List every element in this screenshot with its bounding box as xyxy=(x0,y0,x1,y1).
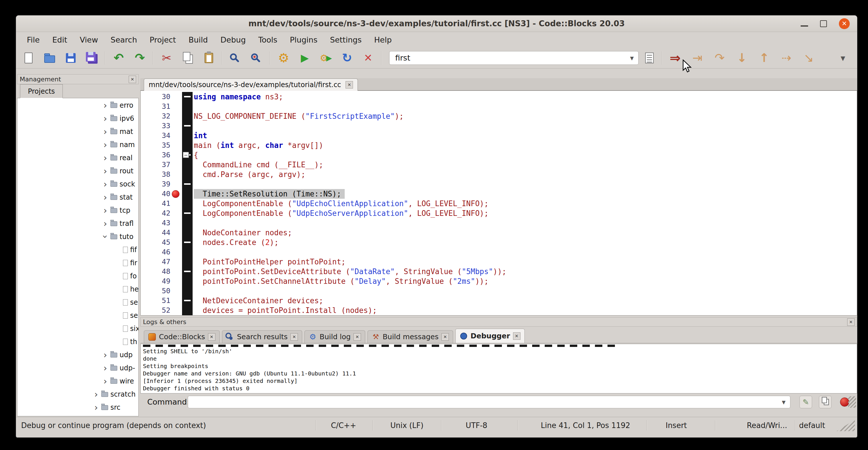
code-line[interactable]: 39 xyxy=(141,179,857,189)
line-number[interactable]: 32 xyxy=(141,111,170,121)
fold-marker-icon[interactable] xyxy=(183,152,189,158)
copy-log-icon[interactable] xyxy=(819,396,832,408)
debugger-log[interactable]: Setting SHELL to '/bin/sh'doneSetting br… xyxy=(141,344,857,393)
chevron-right-icon[interactable] xyxy=(102,352,108,358)
tree-item-tcp[interactable]: tcp xyxy=(18,204,138,217)
build-icon[interactable]: ⚙ xyxy=(276,50,291,66)
titlebar[interactable]: mnt/dev/tools/source/ns-3-dev/examples/t… xyxy=(16,16,857,32)
tree-item-fif[interactable]: fif xyxy=(18,243,138,257)
code-line[interactable]: 41 LogComponentEnable ("UdpEchoClientApp… xyxy=(141,199,857,208)
chevron-right-icon[interactable] xyxy=(93,404,99,410)
line-number[interactable]: 46 xyxy=(141,247,170,257)
menu-file[interactable]: File xyxy=(21,33,46,47)
line-number[interactable]: 37 xyxy=(141,160,170,170)
line-number[interactable]: 30 xyxy=(141,92,170,102)
tree-item-nam[interactable]: nam xyxy=(18,138,138,151)
tree-item-he[interactable]: he xyxy=(18,283,138,296)
menu-debug[interactable]: Debug xyxy=(214,33,252,47)
line-number[interactable]: 33 xyxy=(141,121,170,131)
tree-item-mat[interactable]: mat xyxy=(18,125,138,138)
logs-tab-build-log[interactable]: ⚙Build log xyxy=(305,330,365,343)
breakpoint-icon[interactable] xyxy=(172,190,180,198)
command-combobox[interactable] xyxy=(188,396,790,408)
chevron-right-icon[interactable] xyxy=(102,208,108,213)
code-line[interactable]: 42 LogComponentEnable ("UdpEchoServerApp… xyxy=(141,208,857,218)
code-line[interactable]: 32NS_LOG_COMPONENT_DEFINE ("FirstScriptE… xyxy=(141,111,857,121)
chevron-right-icon[interactable] xyxy=(102,168,108,174)
tree-item-wire[interactable]: wire xyxy=(18,374,138,388)
code-line[interactable]: 45 nodes.Create (2); xyxy=(141,238,857,247)
logs-tab-debugger[interactable]: Debugger xyxy=(456,329,524,343)
cut-icon[interactable]: ✂ xyxy=(159,50,175,66)
code-line[interactable]: 31 xyxy=(141,102,857,111)
code-line[interactable]: 33 xyxy=(141,121,857,131)
command-input[interactable] xyxy=(188,398,782,406)
replace-icon[interactable] xyxy=(249,50,265,66)
line-number[interactable]: 40 xyxy=(141,189,170,199)
open-file-icon[interactable] xyxy=(42,50,58,66)
close-tab-icon[interactable] xyxy=(290,333,298,341)
code-line[interactable]: 43 xyxy=(141,218,857,228)
chevron-right-icon[interactable] xyxy=(102,181,108,187)
line-number[interactable]: 41 xyxy=(141,199,170,208)
redo-icon[interactable]: ↷ xyxy=(132,50,148,66)
save-all-icon[interactable] xyxy=(84,50,100,66)
menu-search[interactable]: Search xyxy=(104,33,144,47)
paste-icon[interactable] xyxy=(201,50,217,66)
tree-item-erro[interactable]: erro xyxy=(18,99,138,112)
line-number[interactable]: 34 xyxy=(141,131,170,141)
close-tab-icon[interactable] xyxy=(208,333,215,341)
chevron-right-icon[interactable] xyxy=(102,365,108,371)
chevron-right-icon[interactable] xyxy=(102,129,108,134)
menu-edit[interactable]: Edit xyxy=(46,33,73,47)
tree-item-sock[interactable]: sock xyxy=(18,178,138,191)
new-file-icon[interactable] xyxy=(21,50,36,66)
code-line[interactable]: 34int xyxy=(141,131,857,141)
maximize-icon[interactable] xyxy=(820,20,827,27)
tree-item-tuto[interactable]: tuto xyxy=(18,230,138,243)
close-tab-icon[interactable] xyxy=(441,333,449,341)
next-line-icon[interactable]: ↷ xyxy=(712,50,727,66)
tree-item-udp[interactable]: udp xyxy=(18,348,138,361)
rebuild-icon[interactable]: ↻ xyxy=(339,50,355,66)
chevron-right-icon[interactable] xyxy=(93,391,99,397)
menu-plugins[interactable]: Plugins xyxy=(284,33,324,47)
menu-tools[interactable]: Tools xyxy=(252,33,284,47)
debug-continue-icon[interactable]: ⇒ xyxy=(667,50,683,66)
line-number[interactable]: 49 xyxy=(141,276,170,286)
line-number[interactable]: 39 xyxy=(141,179,170,189)
chevron-down-icon[interactable] xyxy=(630,54,638,62)
line-number[interactable]: 31 xyxy=(141,102,170,111)
tree-item-se[interactable]: se xyxy=(18,309,138,322)
next-instruction-icon[interactable]: ⇢ xyxy=(778,50,795,66)
run-icon[interactable]: ▶ xyxy=(297,50,313,66)
chevron-right-icon[interactable] xyxy=(102,142,108,148)
close-icon[interactable] xyxy=(839,18,850,29)
line-number[interactable]: 48 xyxy=(141,267,170,276)
code-line[interactable]: 35main (int argc, char *argv[]) xyxy=(141,141,857,150)
editor-tab-first-cc[interactable]: mnt/dev/tools/source/ns-3-dev/examples/t… xyxy=(144,79,358,91)
menu-view[interactable]: View xyxy=(73,33,104,47)
line-number[interactable]: 51 xyxy=(141,296,170,305)
tree-item-real[interactable]: real xyxy=(18,151,138,164)
step-into-icon[interactable]: ↓ xyxy=(734,50,750,66)
chevron-down-icon[interactable] xyxy=(782,398,790,406)
tree-item-ipv6[interactable]: ipv6 xyxy=(18,112,138,125)
code-line[interactable]: 46 xyxy=(141,247,857,257)
line-number[interactable]: 42 xyxy=(141,208,170,218)
chevron-right-icon[interactable] xyxy=(102,194,108,200)
code-line[interactable]: 50 xyxy=(141,286,857,296)
step-out-icon[interactable]: ↑ xyxy=(756,50,772,66)
code-line[interactable]: 44 NodeContainer nodes; xyxy=(141,228,857,238)
tree-item-trafl[interactable]: trafl xyxy=(18,217,138,230)
line-number[interactable]: 36 xyxy=(141,150,170,160)
tree-item-th[interactable]: th xyxy=(18,335,138,348)
tree-item-src[interactable]: src xyxy=(18,401,138,414)
chevron-right-icon[interactable] xyxy=(102,102,108,108)
toolbar-overflow-icon[interactable] xyxy=(835,50,851,66)
line-number[interactable]: 45 xyxy=(141,238,170,247)
tree-item-scratch[interactable]: scratch xyxy=(18,388,138,401)
close-panel-icon[interactable] xyxy=(129,76,136,83)
line-number[interactable]: 47 xyxy=(141,257,170,267)
line-number[interactable]: 38 xyxy=(141,170,170,179)
